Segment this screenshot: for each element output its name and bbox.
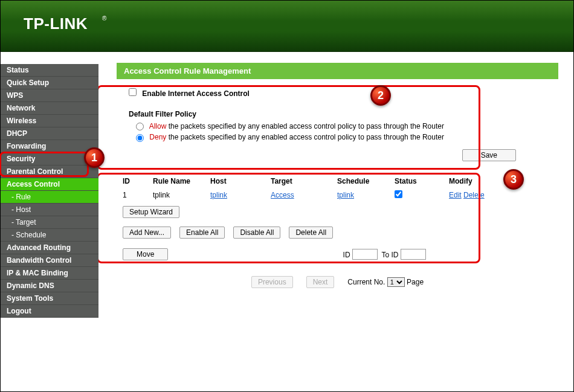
sidebar-item-network[interactable]: Network (1, 102, 98, 115)
col-schedule: Schedule (337, 177, 395, 185)
to-id-label: To ID (381, 250, 398, 259)
svg-text:TP-LINK: TP-LINK (24, 14, 88, 33)
sidebar-item-wireless[interactable]: Wireless (1, 115, 98, 127)
annotation-badge-1: 1 (84, 147, 105, 168)
enable-access-control-label: Enable Internet Access Control (142, 89, 250, 98)
col-modify: Modify (449, 177, 552, 185)
sidebar-sub-rule[interactable]: - Rule (1, 191, 98, 204)
enable-access-control-checkbox[interactable] (129, 88, 137, 96)
cell-target-link[interactable]: Access (271, 191, 294, 199)
id-to-input[interactable] (401, 249, 426, 260)
next-button[interactable]: Next (306, 276, 335, 288)
sidebar-item-logout[interactable]: Logout (1, 305, 98, 318)
cell-rule-name: tplink (153, 191, 210, 199)
brand-logo: TP-LINK ® (24, 11, 138, 37)
sidebar-item-ip-mac-binding[interactable]: IP & MAC Binding (1, 267, 98, 280)
header: TP-LINK ® (1, 1, 573, 52)
annotation-badge-2: 2 (370, 85, 391, 106)
cell-status-checkbox[interactable] (395, 190, 402, 198)
page-suffix: Page (407, 278, 424, 286)
sidebar-item-access-control[interactable]: Access Control (1, 178, 98, 191)
svg-text:®: ® (102, 15, 107, 22)
sidebar-item-forwarding[interactable]: Forwarding (1, 140, 98, 153)
sidebar-item-dynamic-dns[interactable]: Dynamic DNS (1, 280, 98, 292)
cell-schedule-link[interactable]: tplink (337, 191, 354, 199)
sidebar: Status Quick Setup WPS Network Wireless … (1, 52, 98, 391)
id-from-input[interactable] (352, 249, 378, 260)
cell-id: 1 (123, 191, 153, 199)
sidebar-item-quick-setup[interactable]: Quick Setup (1, 77, 98, 89)
sidebar-item-dhcp[interactable]: DHCP (1, 127, 98, 140)
delete-all-button[interactable]: Delete All (289, 227, 333, 239)
add-new-button[interactable]: Add New... (123, 227, 171, 239)
col-host: Host (210, 177, 271, 185)
filter-policy-heading: Default Filter Policy (129, 110, 546, 118)
previous-button[interactable]: Previous (251, 276, 293, 288)
col-rule-name: Rule Name (153, 177, 210, 185)
delete-link[interactable]: Delete (463, 191, 485, 199)
policy-deny-keyword: Deny (149, 133, 166, 141)
col-id: ID (123, 177, 153, 185)
move-button[interactable]: Move (123, 248, 168, 260)
sidebar-sub-target[interactable]: - Target (1, 216, 98, 229)
content: Access Control Rule Management Enable In… (98, 52, 573, 391)
sidebar-item-status[interactable]: Status (1, 64, 98, 77)
save-button[interactable]: Save (462, 149, 516, 161)
col-target: Target (271, 177, 337, 185)
id-label: ID (343, 250, 350, 259)
annotation-badge-3: 3 (503, 169, 524, 190)
edit-link[interactable]: Edit (449, 191, 462, 199)
col-status: Status (395, 177, 449, 185)
policy-allow-text: the packets specified by any enabled acc… (166, 122, 444, 130)
policy-deny-radio[interactable] (136, 134, 144, 142)
policy-deny-text: the packets specified by any enabled acc… (166, 133, 444, 141)
policy-allow-radio[interactable] (136, 123, 144, 130)
sidebar-item-wps[interactable]: WPS (1, 89, 98, 102)
cell-host-link[interactable]: tplink (210, 191, 227, 199)
table-row: 1 tplink tplink Access tplink Edit Delet… (123, 188, 552, 202)
page-select[interactable]: 1 (387, 277, 405, 287)
current-no-label: Current No. (347, 278, 385, 286)
setup-wizard-button[interactable]: Setup Wizard (123, 206, 179, 218)
page-title: Access Control Rule Management (117, 63, 558, 79)
disable-all-button[interactable]: Disable All (233, 227, 280, 239)
sidebar-sub-schedule[interactable]: - Schedule (1, 229, 98, 242)
sidebar-sub-host[interactable]: - Host (1, 204, 98, 216)
table-header: ID Rule Name Host Target Schedule Status… (123, 175, 552, 188)
sidebar-item-system-tools[interactable]: System Tools (1, 292, 98, 305)
sidebar-item-parental-control[interactable]: Parental Control (1, 165, 98, 178)
sidebar-item-advanced-routing[interactable]: Advanced Routing (1, 242, 98, 254)
sidebar-item-bandwidth-control[interactable]: Bandwidth Control (1, 254, 98, 267)
enable-all-button[interactable]: Enable All (179, 227, 225, 239)
policy-allow-keyword: Allow (149, 122, 167, 130)
